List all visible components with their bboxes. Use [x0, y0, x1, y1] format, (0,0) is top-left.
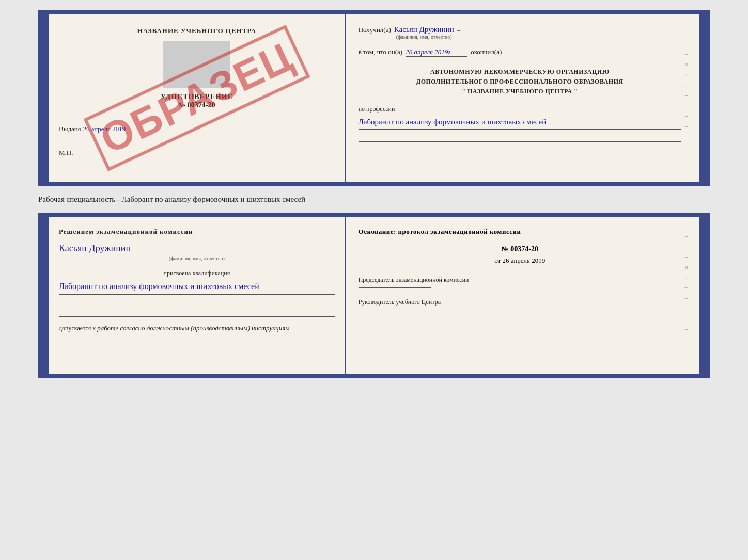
bottom-qualification-label: присвоена квалификация — [59, 269, 335, 277]
cert-right-main: Получил(а) Касьян Дружинин (фамилия, имя… — [359, 25, 681, 142]
bottom-left-panel: Решением экзаменационной комиссии Касьян… — [49, 217, 346, 374]
cert-fio-sublabel: (фамилия, имя, отчество) — [394, 34, 454, 40]
bottom-right-spine — [699, 217, 706, 374]
cert-profession-label: по профессии — [359, 105, 681, 113]
specialty-line: Рабочая специальность - Лаборант по анал… — [38, 193, 710, 206]
edge-dash3: – — [685, 51, 688, 57]
bottom-edge-dash1: – — [685, 233, 688, 239]
cert-left-panel: НАЗВАНИЕ УЧЕБНОГО ЦЕНТРА УДОСТОВЕРЕНИЕ №… — [49, 14, 346, 182]
bottom-edge-dash7: – — [685, 326, 688, 332]
bottom-dopuskaetsya-value: работе согласно должностным (производств… — [97, 324, 289, 332]
bottom-edge-dash5: – — [685, 305, 688, 311]
cert-doc-number: № 00374-20 — [59, 101, 335, 109]
bottom-protocol-number: № 00374-20 — [359, 245, 681, 253]
cert-school-title: НАЗВАНИЕ УЧЕБНОГО ЦЕНТРА — [59, 27, 335, 35]
edge-dash4: – — [685, 92, 688, 98]
bottom-chairman-signature — [359, 287, 431, 288]
cert-vtom-line: в том, что он(а) 26 апреля 2019г. окончи… — [359, 48, 681, 57]
bottom-section-title: Решением экзаменационной комиссии — [59, 228, 335, 236]
bottom-name-value: Касьян Дружинин — [59, 243, 335, 254]
top-certificate: НАЗВАНИЕ УЧЕБНОГО ЦЕНТРА УДОСТОВЕРЕНИЕ №… — [38, 10, 710, 186]
bottom-chairman-label: Председатель экзаменационной комиссии — [359, 275, 681, 284]
cert-right-panel: Получил(а) Касьян Дружинин (фамилия, имя… — [346, 14, 699, 182]
bottom-qualification-value: Лаборанпт по анализу формовочных и шихто… — [59, 279, 335, 295]
cert-right-edge: – – – и а ← – – – – — [681, 25, 689, 142]
bottom-right-content: Основание: протокол экзаменационной коми… — [359, 228, 689, 337]
bottom-rukovoditel-label: Руководитель учебного Центра — [359, 297, 681, 307]
bottom-right-main: Основание: протокол экзаменационной коми… — [359, 228, 681, 337]
cert-vydano-date: 26 апреля 2019 — [83, 125, 126, 133]
bottom-left-spine — [42, 217, 49, 374]
bottom-protocol-date: от 26 апреля 2019 — [359, 257, 681, 265]
bottom-line-3 — [59, 316, 335, 317]
bottom-right-edge: – – – и а ← – – – – — [681, 228, 689, 337]
edge-dash1: – — [685, 30, 688, 36]
bottom-dopuskaetsya-container: допускается к работе согласно должностны… — [59, 324, 335, 332]
edge-dash5: – — [685, 102, 688, 108]
bottom-edge-dash4: – — [685, 295, 688, 301]
bottom-edge-dash2: – — [685, 243, 688, 249]
cert-org-line2: ДОПОЛНИТЕЛЬНОГО ПРОФЕССИОНАЛЬНОГО ОБРАЗО… — [359, 77, 681, 87]
bottom-edge-dash6: – — [685, 315, 688, 322]
document-container: НАЗВАНИЕ УЧЕБНОГО ЦЕНТРА УДОСТОВЕРЕНИЕ №… — [38, 10, 710, 378]
cert-dash-right: – — [457, 26, 461, 34]
edge-arrow: ← — [683, 82, 689, 88]
cert-gray-placeholder — [163, 41, 230, 88]
edge-dash7: – — [685, 123, 688, 129]
bottom-line-4 — [59, 337, 335, 337]
edge-dash2: – — [685, 40, 688, 46]
bottom-certificate: Решением экзаменационной комиссии Касьян… — [38, 213, 710, 378]
cert-org-line1: АВТОНОМНУЮ НЕКОММЕРЧЕСКУЮ ОРГАНИЗАЦИЮ — [359, 67, 681, 77]
edge-letter-i: и — [685, 61, 688, 67]
cert-vydano-label: Выдано — [59, 125, 81, 133]
bottom-line-1 — [59, 301, 335, 301]
bottom-signature-lines — [59, 301, 335, 317]
bottom-edge-letter-i: и — [685, 264, 688, 270]
cert-poluchil-line: Получил(а) Касьян Дружинин (фамилия, имя… — [359, 25, 681, 40]
cert-doc-type: УДОСТОВЕРЕНИЕ — [59, 93, 335, 101]
bottom-protocol-date-prefix: от — [494, 257, 501, 264]
bottom-rukovoditel-signature — [359, 310, 431, 310]
cert-mp: М.П. — [59, 149, 335, 157]
bottom-edge-dash3: – — [685, 253, 688, 260]
edge-letter-a: а — [685, 71, 688, 77]
cert-vtom-label: в том, что он(а) — [359, 48, 403, 56]
edge-dash6: – — [685, 113, 688, 119]
cert-poluchil-label: Получил(а) — [359, 26, 391, 34]
bottom-edge-arrow: ← — [683, 284, 689, 291]
bottom-dopuskaetsya-label: допускается к — [59, 325, 96, 332]
cert-vydano: Выдано 26 апреля 2019 — [59, 125, 335, 133]
cert-right-content: Получил(а) Касьян Дружинин (фамилия, имя… — [359, 25, 689, 142]
cert-org-line3: " НАЗВАНИЕ УЧЕБНОГО ЦЕНТРА " — [359, 87, 681, 97]
cert-right-spine — [699, 14, 706, 182]
bottom-edge-letter-a: а — [685, 274, 688, 280]
cert-okonchil-label: окончил(а) — [471, 48, 502, 56]
cert-profession-value: Лаборанпт по анализу формовочных и шихто… — [359, 115, 681, 130]
bottom-protocol-date-value: 26 апреля 2019 — [503, 257, 546, 264]
cert-vtom-date: 26 апреля 2019г. — [406, 48, 467, 57]
cert-left-spine — [42, 14, 49, 182]
bottom-protocol-title: Основание: протокол экзаменационной коми… — [359, 228, 681, 236]
bottom-name-sublabel: (фамилия, имя, отчество) — [59, 255, 335, 261]
bottom-right-panel: Основание: протокол экзаменационной коми… — [346, 217, 699, 374]
cert-poluchil-value: Касьян Дружинин — [394, 25, 454, 34]
cert-org-block: АВТОНОМНУЮ НЕКОММЕРЧЕСКУЮ ОРГАНИЗАЦИЮ ДО… — [359, 67, 681, 97]
bottom-line-2 — [59, 309, 335, 309]
